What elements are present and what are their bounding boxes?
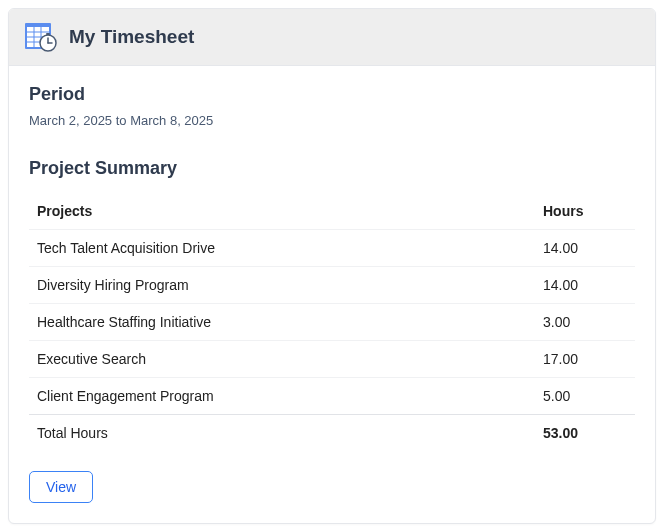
project-name: Client Engagement Program <box>29 378 535 415</box>
table-row: Diversity Hiring Program 14.00 <box>29 267 635 304</box>
table-header-row: Projects Hours <box>29 193 635 230</box>
project-name: Diversity Hiring Program <box>29 267 535 304</box>
col-hours: Hours <box>535 193 635 230</box>
card-body: Period March 2, 2025 to March 8, 2025 Pr… <box>9 66 655 523</box>
summary-label: Project Summary <box>29 158 635 179</box>
timesheet-card: My Timesheet Period March 2, 2025 to Mar… <box>8 8 656 524</box>
svg-rect-10 <box>46 33 50 35</box>
timesheet-icon <box>25 21 57 53</box>
period-label: Period <box>29 84 635 105</box>
period-text: March 2, 2025 to March 8, 2025 <box>29 113 635 128</box>
project-summary-table: Projects Hours Tech Talent Acquisition D… <box>29 193 635 451</box>
project-hours: 14.00 <box>535 267 635 304</box>
total-hours: 53.00 <box>535 415 635 452</box>
card-header: My Timesheet <box>9 9 655 66</box>
project-name: Healthcare Staffing Initiative <box>29 304 535 341</box>
project-name: Executive Search <box>29 341 535 378</box>
page-title: My Timesheet <box>69 26 194 48</box>
table-row: Healthcare Staffing Initiative 3.00 <box>29 304 635 341</box>
project-name: Tech Talent Acquisition Drive <box>29 230 535 267</box>
project-hours: 3.00 <box>535 304 635 341</box>
total-label: Total Hours <box>29 415 535 452</box>
table-row: Tech Talent Acquisition Drive 14.00 <box>29 230 635 267</box>
table-total-row: Total Hours 53.00 <box>29 415 635 452</box>
project-hours: 5.00 <box>535 378 635 415</box>
table-row: Executive Search 17.00 <box>29 341 635 378</box>
view-button[interactable]: View <box>29 471 93 503</box>
table-row: Client Engagement Program 5.00 <box>29 378 635 415</box>
project-hours: 17.00 <box>535 341 635 378</box>
project-hours: 14.00 <box>535 230 635 267</box>
col-projects: Projects <box>29 193 535 230</box>
